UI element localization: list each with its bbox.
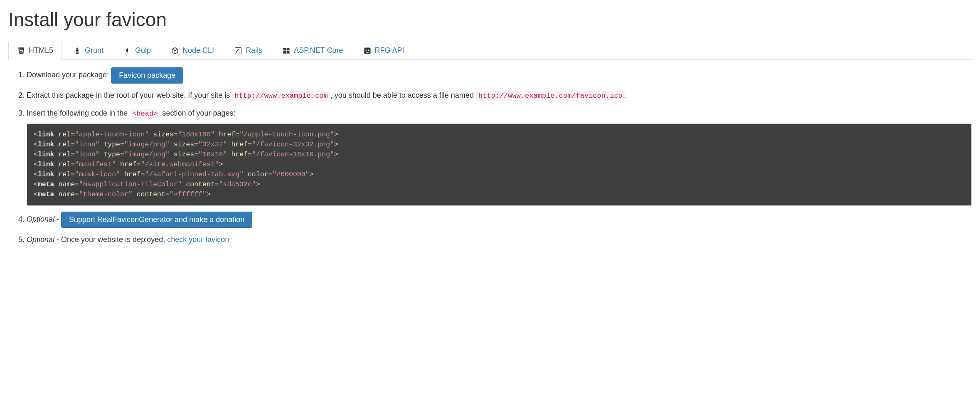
tab-node-cli[interactable]: Node CLI [162, 41, 223, 60]
svg-point-7 [368, 49, 369, 51]
tab-label: RFG API [375, 46, 404, 55]
example-url-code: http://www.example.com [232, 91, 330, 101]
svg-rect-3 [283, 51, 286, 53]
dash: - [54, 235, 61, 244]
step-5: Optional - Once your website is deployed… [27, 234, 972, 246]
tab-label: HTML5 [29, 46, 53, 55]
svg-rect-5 [364, 47, 370, 54]
gulp-icon [123, 47, 132, 55]
tab-rails[interactable]: Rails [225, 41, 271, 60]
html5-icon [17, 47, 25, 55]
tab-grunt[interactable]: Grunt [64, 41, 112, 60]
step-3-suffix: section of your pages: [162, 109, 235, 117]
rails-icon [234, 47, 242, 55]
svg-rect-2 [287, 48, 290, 50]
step-2-prefix: Extract this package in the root of your… [27, 91, 232, 99]
step-1: Download your package: Favicon package [27, 67, 972, 84]
tab-label: ASP.NET Core [294, 46, 343, 55]
grunt-icon [73, 47, 81, 55]
step-2: Extract this package in the root of your… [27, 89, 972, 101]
windows-icon [282, 47, 291, 55]
tab-label: Gulp [135, 46, 151, 55]
favicon-url-code: http://www.example.com/favicon.ico [476, 91, 625, 101]
svg-rect-1 [283, 48, 286, 50]
api-icon [363, 47, 372, 55]
page-title: Install your favicon [8, 8, 972, 31]
tab-label: Node CLI [182, 46, 214, 55]
step-2-mid: , you should be able to access a file na… [330, 91, 476, 99]
svg-rect-4 [287, 51, 290, 53]
tab-rfg-api[interactable]: RFG API [355, 41, 413, 60]
tab-label: Rails [246, 46, 262, 55]
tabs-bar: HTML5 Grunt Gulp Node CLI Rails ASP.NET … [8, 41, 972, 60]
step-1-text: Download your package: [27, 71, 111, 79]
check-favicon-link[interactable]: check your favicon [167, 235, 229, 244]
optional-label: Optional [27, 215, 54, 223]
donation-button[interactable]: Support RealFaviconGenerator and make a … [61, 212, 252, 228]
svg-point-6 [365, 49, 367, 51]
tab-gulp[interactable]: Gulp [115, 41, 160, 60]
instructions-list: Download your package: Favicon package E… [8, 67, 972, 246]
nodejs-icon [171, 47, 179, 55]
code-snippet[interactable]: <link rel="apple-touch-icon" sizes="180x… [27, 123, 972, 205]
head-tag-code: <head> [130, 109, 160, 118]
dash: - [54, 215, 61, 223]
step-4: Optional - Support RealFaviconGenerator … [27, 212, 972, 228]
tab-aspnet-core[interactable]: ASP.NET Core [273, 41, 352, 60]
step-3-prefix: Insert the following code in the [27, 109, 130, 117]
step-2-suffix: . [625, 91, 627, 99]
optional-label: Optional [27, 235, 54, 244]
favicon-package-button[interactable]: Favicon package [111, 67, 183, 84]
step-3: Insert the following code in the <head> … [27, 107, 972, 206]
step-5-text: Once your website is deployed, [61, 235, 167, 244]
tab-label: Grunt [85, 46, 103, 55]
tab-html5[interactable]: HTML5 [8, 41, 62, 60]
svg-rect-0 [235, 47, 241, 54]
